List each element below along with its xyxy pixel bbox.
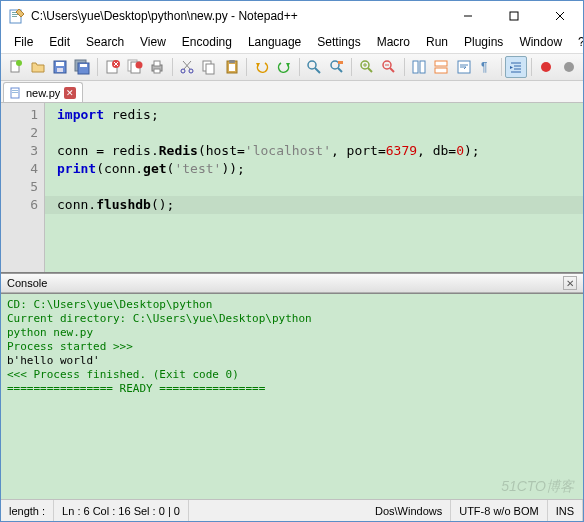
cut-button[interactable]	[177, 56, 198, 78]
open-file-button[interactable]	[27, 56, 48, 78]
svg-rect-15	[80, 64, 87, 67]
svg-point-58	[564, 62, 574, 72]
menu-edit[interactable]: Edit	[42, 33, 77, 51]
svg-point-57	[541, 62, 551, 72]
statusbar: length : Ln : 6 Col : 16 Sel : 0 | 0 Dos…	[1, 499, 583, 521]
status-position: Ln : 6 Col : 16 Sel : 0 | 0	[54, 500, 189, 521]
svg-rect-11	[56, 62, 64, 66]
svg-rect-3	[12, 16, 17, 17]
svg-rect-61	[12, 92, 18, 93]
close-button[interactable]	[537, 1, 583, 31]
svg-rect-24	[154, 61, 160, 66]
zoom-in-button[interactable]	[356, 56, 377, 78]
svg-line-29	[183, 61, 190, 69]
menu-view[interactable]: View	[133, 33, 173, 51]
console-title: Console	[7, 277, 47, 289]
file-tab[interactable]: new.py ✕	[3, 82, 83, 102]
menu-run[interactable]: Run	[419, 33, 455, 51]
svg-point-27	[189, 69, 193, 73]
svg-rect-39	[338, 61, 343, 64]
menubar: File Edit Search View Encoding Language …	[1, 31, 583, 53]
status-mode: INS	[548, 500, 583, 521]
new-file-button[interactable]	[5, 56, 26, 78]
close-file-button[interactable]	[102, 56, 123, 78]
redo-button[interactable]	[273, 56, 294, 78]
save-all-button[interactable]	[72, 56, 93, 78]
svg-rect-50	[435, 68, 447, 73]
svg-line-38	[338, 68, 342, 72]
zoom-out-button[interactable]	[378, 56, 399, 78]
svg-line-41	[368, 68, 372, 72]
macro-record-button[interactable]	[536, 56, 557, 78]
svg-rect-12	[57, 68, 63, 72]
svg-text:¶: ¶	[481, 60, 487, 74]
console-header: Console ✕	[1, 273, 583, 293]
line-gutter: 123456	[1, 103, 45, 272]
replace-button[interactable]	[326, 56, 347, 78]
macro-stop-button[interactable]	[558, 56, 579, 78]
svg-rect-34	[229, 60, 235, 63]
svg-line-28	[184, 61, 191, 69]
status-encoding: UTF-8 w/o BOM	[451, 500, 547, 521]
show-chars-button[interactable]: ¶	[475, 56, 496, 78]
undo-button[interactable]	[251, 56, 272, 78]
titlebar: C:\Users\yue\Desktop\python\new.py - Not…	[1, 1, 583, 31]
svg-point-26	[181, 69, 185, 73]
menu-encoding[interactable]: Encoding	[175, 33, 239, 51]
close-all-button[interactable]	[124, 56, 145, 78]
svg-rect-48	[420, 61, 425, 73]
status-eol: Dos\Windows	[367, 500, 451, 521]
maximize-button[interactable]	[491, 1, 537, 31]
editor[interactable]: 123456 import redis; conn = redis.Redis(…	[1, 103, 583, 273]
toolbar: ¶	[1, 53, 583, 81]
wrap-button[interactable]	[453, 56, 474, 78]
menu-window[interactable]: Window	[512, 33, 569, 51]
svg-rect-49	[435, 61, 447, 66]
menu-plugins[interactable]: Plugins	[457, 33, 510, 51]
svg-point-35	[308, 61, 316, 69]
svg-rect-47	[413, 61, 418, 73]
menu-settings[interactable]: Settings	[310, 33, 367, 51]
app-icon	[9, 8, 25, 24]
menu-help[interactable]: ?	[571, 33, 584, 51]
sync-h-button[interactable]	[431, 56, 452, 78]
menu-macro[interactable]: Macro	[370, 33, 417, 51]
svg-point-22	[135, 62, 142, 69]
tab-label: new.py	[26, 87, 60, 99]
code-area[interactable]: import redis; conn = redis.Redis(host='l…	[45, 103, 583, 272]
sync-v-button[interactable]	[409, 56, 430, 78]
status-length: length :	[1, 500, 54, 521]
find-button[interactable]	[304, 56, 325, 78]
menu-search[interactable]: Search	[79, 33, 131, 51]
minimize-button[interactable]	[445, 1, 491, 31]
svg-line-36	[315, 68, 320, 73]
console-output[interactable]: CD: C:\Users\yue\Desktop\pythonCurrent d…	[1, 293, 583, 499]
menu-file[interactable]: File	[7, 33, 40, 51]
svg-line-45	[390, 68, 394, 72]
paste-button[interactable]	[221, 56, 242, 78]
svg-point-37	[331, 61, 339, 69]
svg-rect-60	[12, 90, 18, 91]
copy-button[interactable]	[199, 56, 220, 78]
window-title: C:\Users\yue\Desktop\python\new.py - Not…	[31, 9, 445, 23]
menu-language[interactable]: Language	[241, 33, 308, 51]
console-close-button[interactable]: ✕	[563, 276, 577, 290]
svg-rect-25	[154, 69, 160, 73]
svg-point-9	[16, 60, 22, 66]
save-button[interactable]	[49, 56, 70, 78]
tab-close-button[interactable]: ✕	[64, 87, 76, 99]
svg-rect-5	[510, 12, 518, 20]
indent-button[interactable]	[505, 56, 526, 78]
tabbar: new.py ✕	[1, 81, 583, 103]
svg-rect-33	[229, 64, 235, 71]
file-icon	[10, 87, 22, 99]
print-button[interactable]	[146, 56, 167, 78]
svg-rect-31	[206, 64, 214, 74]
